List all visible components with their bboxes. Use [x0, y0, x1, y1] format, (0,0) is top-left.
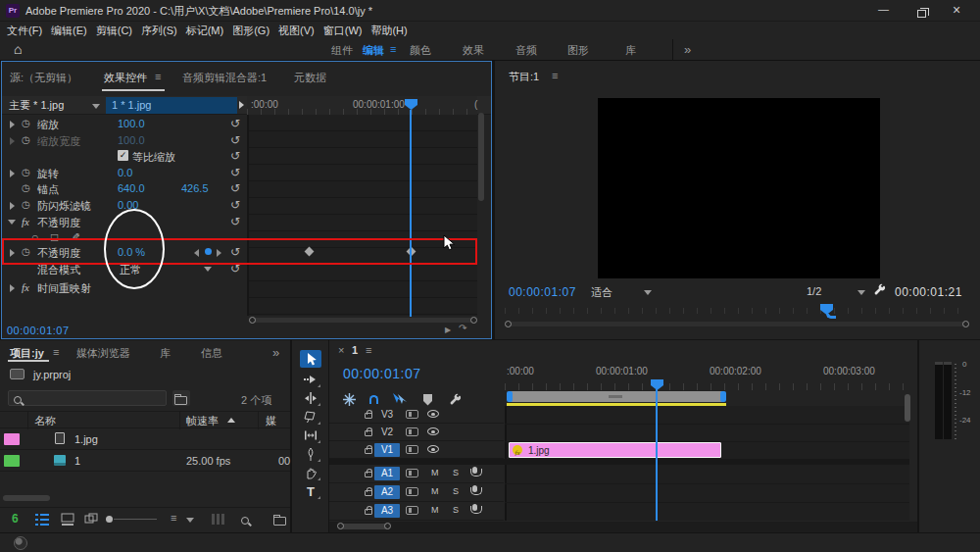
effect-controls-menu-icon[interactable]: ≡ [155, 71, 161, 82]
column-framerate[interactable]: 帧速率 [186, 414, 219, 428]
tab-info[interactable]: 信息 [201, 346, 222, 361]
solo-button[interactable]: S [453, 505, 459, 515]
stopwatch-icon[interactable]: ◷ [22, 199, 30, 210]
tab-metadata[interactable]: 元数据 [294, 71, 326, 85]
reset-icon[interactable]: ↺ [230, 150, 240, 162]
program-zoom-select[interactable]: 适合 [591, 285, 612, 300]
menu-view[interactable]: 视图(V) [278, 24, 315, 38]
timeline-playhead-line[interactable] [656, 389, 658, 521]
linked-selection-icon[interactable] [392, 393, 407, 406]
timeline-timecode[interactable]: 00:00:01:07 [343, 366, 420, 381]
clip-1jpg[interactable]: fx 1.jpg [509, 442, 721, 458]
timeline-menu-icon[interactable]: ≡ [366, 344, 371, 356]
tab-libraries[interactable]: 库 [160, 346, 171, 361]
find-icon[interactable] [241, 517, 249, 525]
ec-timecode[interactable]: 00:00:01:07 [7, 325, 70, 336]
scrollbar-right-handle[interactable] [962, 321, 969, 327]
track-target-icon[interactable] [406, 427, 418, 436]
expand-icon[interactable] [10, 137, 15, 145]
workspace-menu-icon[interactable]: ≡ [390, 43, 396, 55]
pen-tool[interactable] [300, 445, 321, 463]
search-bin-button[interactable] [172, 390, 190, 406]
workspace-tab-libraries[interactable]: 库 [625, 43, 636, 58]
project-menu-icon[interactable]: ≡ [53, 346, 59, 358]
expand-icon[interactable] [10, 284, 15, 292]
eye-icon[interactable] [427, 427, 439, 435]
stopwatch-icon[interactable]: ◷ [22, 167, 30, 177]
tab-project[interactable]: 项目:jy [10, 346, 44, 361]
column-media-partial[interactable]: 媒 [266, 414, 276, 428]
menu-help[interactable]: 帮助(H) [370, 24, 407, 38]
icon-view-icon[interactable] [61, 513, 74, 526]
reset-icon[interactable]: ↺ [230, 199, 240, 211]
play-audio-icon[interactable]: ▶ [445, 326, 451, 334]
label-color-pink[interactable] [4, 433, 20, 445]
timeline-tab-close-icon[interactable]: × [338, 344, 344, 356]
uniform-scale-checkbox[interactable]: ✓ [118, 150, 128, 161]
mic-icon[interactable] [472, 485, 477, 492]
tab-source-monitor[interactable]: 源:（无剪辑） [10, 71, 77, 85]
ec-horizontal-scrollbar[interactable] [249, 316, 477, 326]
program-scrollbar[interactable] [505, 320, 970, 329]
track-target-icon[interactable] [406, 487, 418, 496]
track-label[interactable]: A1 [374, 467, 400, 480]
list-view-icon[interactable] [35, 514, 49, 526]
menu-edit[interactable]: 编辑(E) [51, 24, 87, 38]
menu-markers[interactable]: 标记(M) [186, 24, 224, 38]
toggle-effects-icon[interactable]: ↷ [459, 323, 466, 333]
solo-button[interactable]: S [453, 468, 459, 477]
column-name[interactable]: 名称 [34, 414, 56, 428]
eye-icon[interactable] [427, 445, 439, 453]
stopwatch-icon[interactable]: ◷ [22, 182, 30, 193]
mute-button[interactable]: M [431, 486, 439, 496]
freeform-view-icon[interactable] [84, 513, 99, 526]
ec-playhead-line[interactable] [410, 110, 412, 317]
new-bin-icon[interactable] [273, 517, 286, 526]
scrollbar-left-handle[interactable] [505, 321, 512, 327]
program-mini-ruler[interactable] [505, 308, 970, 314]
label-color-green[interactable] [4, 455, 20, 467]
lock-icon[interactable] [365, 490, 372, 496]
workspace-tab-effects[interactable]: 效果 [463, 43, 484, 58]
reset-icon[interactable]: ↺ [230, 134, 240, 146]
selection-tool[interactable] [300, 350, 321, 368]
marker-icon[interactable] [422, 394, 433, 406]
playback-resolution-select[interactable]: 1/2 [807, 285, 821, 297]
item-name[interactable]: 1.jpg [74, 433, 98, 445]
property-value-y[interactable]: 426.5 [181, 182, 209, 194]
tab-media-browser[interactable]: 媒体浏览器 [76, 346, 130, 361]
chevron-down-icon[interactable] [858, 290, 865, 295]
workspace-tab-color[interactable]: 颜色 [410, 43, 431, 58]
work-area-right-handle[interactable] [720, 391, 726, 402]
expand-icon[interactable] [10, 202, 15, 210]
sort-icon[interactable]: ≡ [171, 512, 176, 524]
item-name[interactable]: 1 [74, 455, 80, 467]
tab-audio-clip-mixer[interactable]: 音频剪辑混合器:1 [182, 71, 267, 85]
mute-button[interactable]: M [431, 468, 439, 477]
creative-cloud-icon[interactable] [14, 536, 27, 550]
property-value[interactable]: 100.0 [118, 118, 145, 129]
reset-icon[interactable]: ↺ [230, 118, 240, 129]
property-value-x[interactable]: 640.0 [118, 182, 145, 194]
workspace-tab-editing[interactable]: 编辑 [363, 43, 384, 58]
track-target-icon[interactable] [406, 410, 418, 419]
lane-toggle-icon[interactable] [239, 101, 244, 109]
master-clip-label[interactable]: 主要 * 1.jpg [9, 98, 64, 113]
collapse-icon[interactable] [8, 220, 16, 225]
chevron-down-icon[interactable] [644, 290, 652, 295]
program-menu-icon[interactable]: ≡ [552, 70, 558, 81]
project-search-box[interactable] [8, 390, 167, 406]
menu-window[interactable]: 窗口(W) [323, 24, 363, 38]
scrollbar-left-handle[interactable] [249, 317, 256, 324]
expand-icon[interactable] [10, 121, 15, 128]
program-timecode[interactable]: 00:00:01:07 [509, 285, 576, 299]
workspace-tab-assembly[interactable]: 组件 [331, 43, 353, 58]
workspace-tab-graphics[interactable]: 图形 [567, 43, 589, 58]
automate-sequence-icon[interactable] [212, 514, 225, 525]
project-tabs-overflow-icon[interactable]: » [272, 345, 279, 360]
type-tool[interactable]: T [300, 482, 321, 500]
scrollbar-right-handle[interactable] [470, 317, 477, 324]
reset-icon[interactable]: ↺ [230, 216, 240, 227]
expand-icon[interactable] [10, 170, 15, 177]
menu-clip[interactable]: 剪辑(C) [96, 24, 132, 38]
